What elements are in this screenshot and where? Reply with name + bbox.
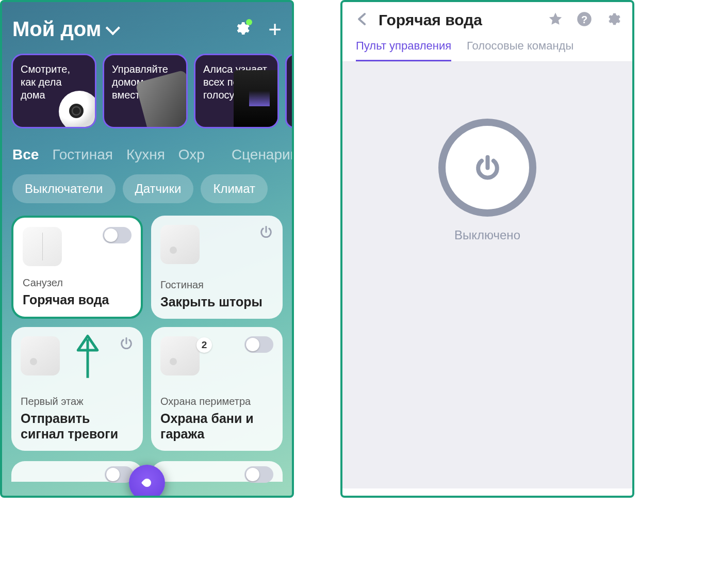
toggle-switch[interactable]: [244, 466, 273, 483]
device-title: Отправить сигнал тревоги: [21, 411, 134, 442]
device-title: Охрана бани и гаража: [160, 411, 273, 442]
device-card-curtains[interactable]: Гостиная Закрыть шторы: [151, 216, 283, 319]
home-screen: Мой дом + Смотрите, как дела дома Управл…: [0, 0, 294, 498]
story-text: Смотрите, как дела дома: [21, 63, 70, 101]
room-label: Санузел: [23, 277, 132, 289]
story-card[interactable]: Н д с: [285, 54, 292, 128]
camera-illustration: [59, 91, 96, 128]
room-label: Первый этаж: [21, 396, 134, 407]
speaker-illustration: [234, 70, 279, 128]
star-icon: [548, 11, 563, 27]
device-title: Закрыть шторы: [160, 294, 273, 309]
power-icon[interactable]: [119, 336, 134, 351]
detail-tabs: Пульт управления Голосовые команды: [342, 33, 632, 62]
arrow-left-icon: [354, 11, 369, 27]
power-icon: [473, 154, 502, 182]
device-card-hot-water[interactable]: Санузел Горячая вода: [11, 216, 143, 319]
detail-header: Горячая вода ?: [342, 2, 632, 33]
back-button[interactable]: [354, 11, 369, 29]
filter-chips: Выключатели Датчики Климат: [2, 169, 292, 214]
device-card[interactable]: [151, 461, 283, 482]
room-tab[interactable]: Гостиная: [52, 146, 113, 163]
settings-button[interactable]: [234, 20, 250, 39]
story-card[interactable]: Алиса узнает всех по голосу: [194, 54, 279, 128]
power-icon[interactable]: [259, 225, 273, 239]
tab-control[interactable]: Пульт управления: [356, 39, 451, 61]
story-card[interactable]: Управляйте домом вместе: [103, 54, 188, 128]
device-detail-screen: Горячая вода ? Пульт управления Голосовы…: [340, 0, 634, 498]
chip-sensors[interactable]: Датчики: [123, 174, 194, 203]
home-selector[interactable]: Мой дом: [12, 18, 117, 41]
device-title: Горячая вода: [379, 11, 538, 29]
room-label: Гостиная: [160, 279, 273, 291]
room-tab-all[interactable]: Все: [12, 146, 39, 163]
gear-icon: [605, 11, 621, 27]
alice-voice-button[interactable]: [129, 465, 165, 498]
arrow-up-icon: [75, 330, 101, 371]
room-tab[interactable]: Кухня: [126, 146, 165, 163]
room-tab[interactable]: Охр: [178, 146, 205, 163]
room-label: Охрана периметра: [160, 396, 273, 407]
device-grid: Санузел Горячая вода Гостиная Закрыть шт…: [2, 214, 292, 453]
room-tabs: Все Гостиная Кухня Охр Сценарии: [2, 134, 292, 169]
help-icon: ?: [577, 11, 592, 27]
help-button[interactable]: ?: [577, 11, 592, 29]
favorite-button[interactable]: [548, 11, 563, 29]
settings-button[interactable]: [605, 11, 621, 29]
stories-row[interactable]: Смотрите, как дела дома Управляйте домом…: [2, 48, 292, 134]
story-card[interactable]: Смотрите, как дела дома: [11, 54, 96, 128]
device-title: Горячая вода: [23, 292, 132, 307]
toggle-switch[interactable]: [244, 336, 273, 353]
header-actions: ?: [548, 11, 621, 29]
tab-voice[interactable]: Голосовые команды: [467, 39, 573, 61]
device-count-badge: 2: [196, 337, 212, 353]
control-panel: Выключено: [342, 62, 632, 488]
toggle-switch[interactable]: [103, 227, 132, 243]
device-card[interactable]: [11, 461, 143, 482]
chip-climate[interactable]: Климат: [201, 174, 268, 203]
notification-dot: [246, 19, 252, 25]
device-icon: [160, 225, 200, 264]
power-status: Выключено: [454, 228, 520, 242]
switch-icon: [23, 227, 62, 266]
device-icon: [160, 336, 200, 375]
header-actions: +: [234, 18, 282, 41]
power-toggle-button[interactable]: [438, 119, 536, 217]
chip-switches[interactable]: Выключатели: [12, 174, 116, 203]
add-button[interactable]: +: [268, 18, 282, 41]
room-tab-scenarios[interactable]: Сценарии: [232, 146, 292, 163]
header: Мой дом +: [2, 2, 292, 48]
device-icon: [21, 336, 60, 375]
device-card-alarm[interactable]: Первый этаж Отправить сигнал тревоги: [11, 327, 143, 451]
chevron-down-icon: [106, 21, 120, 35]
device-card-security[interactable]: 2 Охрана периметра Охрана бани и гаража: [151, 327, 283, 451]
svg-text:?: ?: [581, 14, 587, 25]
home-title: Мой дом: [12, 18, 101, 41]
